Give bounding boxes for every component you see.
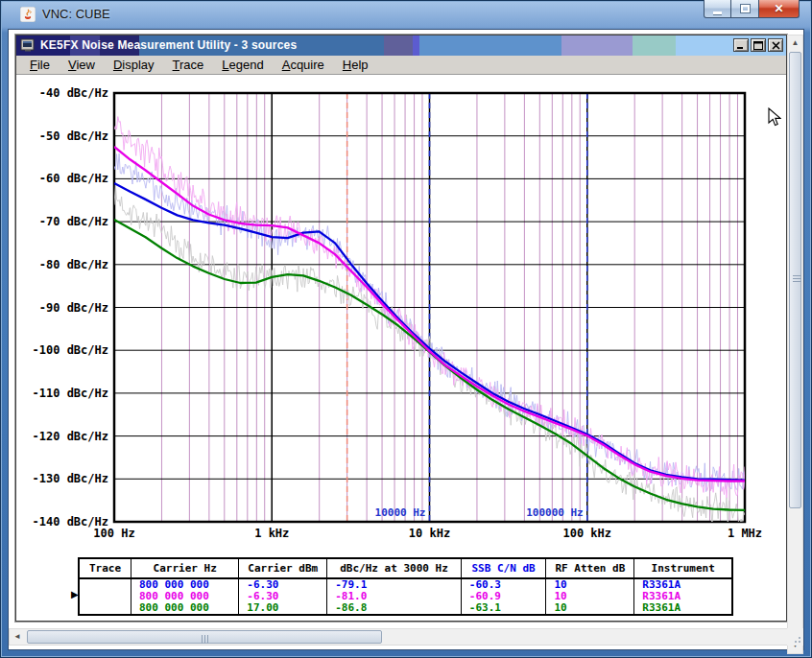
table-cell: 10 [546,591,634,602]
y-axis-tick-label: -90 dBc/Hz [39,301,108,315]
table-cell: 800 000 000 [131,578,238,591]
app-window: KE5FX Noise Measurement Utility - 3 sour… [15,35,787,622]
screen: VNC: CUBE ✕ KE5FX Noise Measurement [0,0,812,658]
table-header-rf-atten-db: RF Atten dB [546,558,634,578]
horizontal-scrollbar[interactable]: ◄ ► [9,628,801,646]
table-cell: R3361A [634,602,732,615]
menu-item-legend[interactable]: Legend [216,56,275,75]
horizontal-scrollbar-thumb[interactable] [27,630,382,644]
x-axis-tick-label: 10 kHz [409,527,450,540]
table-cell: 10 [546,602,634,615]
table-cell: -86.8 [327,602,462,615]
phase-noise-plot: -40 dBc/Hz-50 dBc/Hz-60 dBc/Hz-70 dBc/Hz… [16,75,786,621]
maximize-icon [741,5,750,12]
cursor-label: 100000 Hz [526,506,584,519]
table-header-ssb-c-n-db: SSB C/N dB [461,558,546,578]
table-cell: -79.1 [327,578,462,591]
table-header-dbc-hz-at-3000-hz: dBc/Hz at 3000 Hz [327,558,462,578]
y-axis-tick-label: -110 dBc/Hz [33,387,108,400]
minimize-icon [713,12,722,14]
table-cell [79,578,131,591]
table-cell: -81.0 [327,591,462,602]
scroll-left-arrow-icon[interactable]: ◄ [10,629,25,645]
table-cell: R3361A [634,591,732,602]
menu-item-help[interactable]: Help [337,56,381,75]
app-close-button[interactable] [768,38,783,52]
table-cell: 800 000 000 [131,591,238,602]
y-axis-tick-label: -50 dBc/Hz [39,129,108,143]
x-axis-tick-label: 1 MHz [728,527,762,540]
resize-grip[interactable] [787,628,803,646]
x-axis-tick-label: 1 kHz [254,527,289,540]
selected-row-marker: ▶ [71,590,79,599]
vnc-maximize-button[interactable] [731,0,758,18]
vnc-minimize-button[interactable] [704,0,731,18]
vnc-window: VNC: CUBE ✕ KE5FX Noise Measurement [0,0,812,658]
vnc-titlebar[interactable]: VNC: CUBE ✕ [0,0,812,29]
table-cell: -60.3 [461,578,546,591]
y-axis-tick-label: -40 dBc/Hz [39,86,108,100]
app-window-title: KE5FX Noise Measurement Utility - 3 sour… [40,38,297,52]
table-cell: 10 [546,578,634,591]
maximize-icon [753,41,763,50]
scroll-up-arrow-icon[interactable]: ▲ [788,35,802,51]
menu-item-view[interactable]: View [62,56,107,75]
app-client-area: -40 dBc/Hz-50 dBc/Hz-60 dBc/Hz-70 dBc/Hz… [16,75,786,621]
vnc-close-button[interactable]: ✕ [758,0,800,18]
table-row: 800 000 000-6.30-81.0-60.910R3361A [79,591,732,602]
table-header-instrument: Instrument [634,558,732,578]
vertical-scrollbar[interactable]: ▲ ▼ [787,35,803,654]
app-titlebar[interactable]: KE5FX Noise Measurement Utility - 3 sour… [16,35,786,56]
table-cell: -63.1 [461,602,546,615]
menu-item-acquire[interactable]: Acquire [276,56,337,75]
app-minimize-button[interactable] [733,38,749,52]
table-cell: 17.00 [239,602,327,615]
java-icon [20,7,36,22]
vnc-window-title: VNC: CUBE [42,7,110,21]
y-axis-tick-label: -120 dBc/Hz [33,430,108,443]
table-cell [79,602,131,615]
menu-item-trace[interactable]: Trace [167,56,217,75]
menu-item-file[interactable]: File [24,56,62,75]
table-cell: 800 000 000 [131,602,238,615]
app-maximize-button[interactable] [751,38,766,52]
table-cell: -60.9 [461,591,546,602]
close-icon [772,41,780,50]
table-cell [79,591,131,602]
vnc-client-area: KE5FX Noise Measurement Utility - 3 sour… [8,29,804,650]
trace-table: TraceCarrier HzCarrier dBmdBc/Hz at 3000… [78,557,733,616]
table-row: 800 000 00017.00-86.8-63.110R3361A [79,602,732,615]
minimize-icon [736,41,746,50]
menu-item-display[interactable]: Display [107,56,167,75]
vertical-scrollbar-thumb[interactable] [789,52,801,508]
y-axis-tick-label: -130 dBc/Hz [33,472,108,485]
table-row: 800 000 000-6.30-79.1-60.310R3361A [79,578,732,591]
y-axis-tick-label: -70 dBc/Hz [39,215,108,228]
y-axis-tick-label: -60 dBc/Hz [39,172,108,185]
table-header-carrier-dbm: Carrier dBm [239,558,327,578]
y-axis-tick-label: -80 dBc/Hz [39,258,108,271]
x-axis-tick-label: 100 kHz [562,527,611,540]
table-header-trace: Trace [79,558,131,578]
x-axis-tick-label: 100 Hz [93,527,134,540]
cursor-label: 10000 Hz [375,506,426,519]
table-cell: R3361A [634,578,732,591]
y-axis-tick-label: -100 dBc/Hz [33,343,108,357]
close-icon: ✕ [774,2,783,15]
menu-bar: FileViewDisplayTraceLegendAcquireHelp [16,56,786,75]
app-window-icon [20,38,36,52]
table-cell: -6.30 [239,578,327,591]
table-header-carrier-hz: Carrier Hz [131,558,238,578]
table-cell: -6.30 [239,591,327,602]
